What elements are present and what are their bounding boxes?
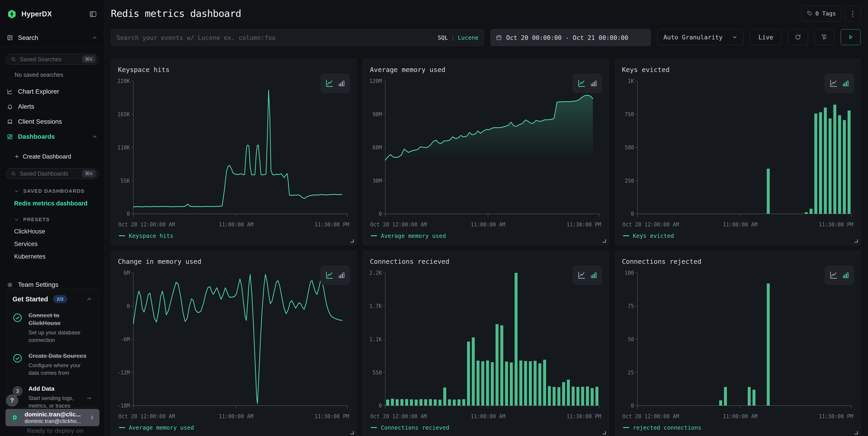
saved-dashboards-input[interactable]: Saved Dashboards ⌘K [6,168,98,179]
search-icon [11,171,16,176]
line-chart-icon[interactable] [829,271,838,280]
granularity-select[interactable]: Auto Granularity [657,29,744,45]
bar-chart-icon[interactable] [338,80,345,87]
line-chart-icon[interactable] [829,79,838,88]
resize-handle[interactable] [602,431,606,434]
svg-text:11:00:00 AM: 11:00:00 AM [723,221,757,228]
no-saved-searches: No saved searches [14,71,104,78]
filter-button[interactable] [814,29,834,45]
user-menu[interactable]: D dominic.tran@clic... dominic.tran@clic… [5,409,99,426]
get-started-item-add-data[interactable]: 3 Add Data Start sending logs, metrics, … [12,385,92,409]
create-dashboard-button[interactable]: Create Dashboard [0,149,104,164]
check-circle-icon [12,313,23,323]
presets-header[interactable]: PRESETS [14,216,104,223]
sidebar-collapse-icon[interactable] [89,9,98,19]
svg-text:55K: 55K [120,177,130,184]
chart-legend: Average memory used [370,230,601,242]
panel-average-memory: Average memory used 120M90M60M30M0Oct 20… [363,59,609,245]
svg-text:500: 500 [624,144,634,151]
refresh-button[interactable] [788,29,808,45]
svg-text:0: 0 [379,210,382,217]
chevron-up-icon[interactable] [86,296,92,302]
svg-text:11:00:00 AM: 11:00:00 AM [219,221,253,228]
svg-text:165K: 165K [118,111,130,118]
shortcut-badge: ⌘K [82,55,96,63]
resize-handle[interactable] [855,431,858,434]
bar-chart-icon[interactable] [842,271,849,279]
chevron-down-icon [14,217,19,222]
chart-plot[interactable]: 1K7505002500Oct 20 12:00:00 AM11:00:00 A… [622,75,854,230]
resize-handle[interactable] [602,239,606,242]
more-options-button[interactable]: ⋮ [845,5,861,22]
svg-text:0: 0 [379,402,382,409]
run-query-button[interactable] [841,29,861,45]
sidebar-item-preset-services[interactable]: Services [0,238,104,250]
chart-type-toggle[interactable] [320,74,350,93]
chart-type-toggle[interactable] [572,265,602,285]
calendar-icon [496,34,502,41]
bar-chart-icon[interactable] [590,271,597,279]
tags-button[interactable]: 0 Tags [802,5,841,22]
time-range-picker[interactable]: Oct 20 00:00:00 - Oct 21 00:00:00 [491,29,651,46]
chart-title: Keys evicted [622,66,854,74]
resize-handle[interactable] [350,239,354,242]
bar-chart-icon[interactable] [590,80,597,87]
svg-text:11:30:00 PM: 11:30:00 PM [567,413,601,419]
svg-text:1.1K: 1.1K [370,336,382,343]
chart-plot[interactable]: 2.2K1.7K1.1K5500Oct 20 12:00:00 AM11:00:… [370,266,601,422]
page-title: Redis metrics dashboard [111,8,241,19]
resize-handle[interactable] [350,431,354,434]
saved-searches-input[interactable]: Saved Searches ⌘K [6,54,98,65]
sidebar-item-redis-dashboard[interactable]: Redis metrics dashboard [0,197,104,210]
sidebar-item-dashboards[interactable]: Dashboards [0,129,104,144]
chart-type-toggle[interactable] [572,74,602,93]
get-started-item-connect[interactable]: Connect to ClickHouse Set up your databa… [12,311,92,344]
sidebar-item-preset-clickhouse[interactable]: ClickHouse [0,225,104,238]
chart-type-toggle[interactable] [825,265,854,285]
svg-text:75: 75 [628,303,634,309]
svg-text:250: 250 [624,177,634,184]
logo-row: HyperDX [0,0,104,28]
plus-icon [14,154,20,159]
live-button[interactable]: Live [750,29,781,45]
sidebar-section-search[interactable]: Search [0,28,104,48]
sidebar-item-preset-kubernetes[interactable]: Kubernetes [0,250,104,263]
bar-chart-icon[interactable] [338,271,345,279]
saved-dashboards-header[interactable]: SAVED DASHBOARDS [14,188,104,194]
svg-text:11:00:00 AM: 11:00:00 AM [471,221,505,228]
line-chart-icon[interactable] [325,79,334,88]
line-chart-icon[interactable] [325,271,334,280]
chevron-up-icon [92,35,98,41]
sidebar-item-alerts[interactable]: Alerts [0,99,104,114]
legend-dash [371,235,377,236]
sql-toggle[interactable]: SQL [438,34,448,41]
user-name: dominic.tran@clic... [25,411,87,418]
chevron-up-icon [92,134,98,140]
bar-chart-icon[interactable] [842,80,849,87]
line-chart-icon[interactable] [578,79,586,88]
legend-dash [119,427,125,428]
svg-text:0: 0 [631,402,634,409]
chart-type-toggle[interactable] [825,74,854,93]
resize-handle[interactable] [855,239,858,242]
help-button[interactable]: ? [6,394,18,407]
chart-plot[interactable]: 220K165K110K55K0Oct 20 12:00:00 AM11:00:… [118,75,349,230]
lucene-toggle[interactable]: Lucene [458,34,478,41]
arrow-right-icon: → [86,393,92,401]
line-chart-icon[interactable] [578,271,586,280]
sidebar-item-chart-explorer[interactable]: Chart Explorer [0,84,104,99]
app-name: HyperDX [21,10,52,18]
chart-plot[interactable]: 120M90M60M30M0Oct 20 12:00:00 AM11:00:00… [370,75,601,230]
get-started-item-datasources[interactable]: Create Data Sources Configure where your… [12,352,92,377]
chart-plot[interactable]: 6M0-6M-12M-18MOct 20 12:00:00 AM11:00:00… [118,266,349,422]
chart-plot[interactable]: 1007550250Oct 20 12:00:00 AM11:00:00 AM1… [622,266,854,422]
svg-text:6M: 6M [124,269,130,276]
svg-text:120M: 120M [370,78,382,84]
chart-legend: Keyspace hits [118,230,349,242]
play-icon [847,34,854,40]
sidebar-item-client-sessions[interactable]: Client Sessions [0,114,104,129]
chart-type-toggle[interactable] [320,265,350,285]
get-started-title: Get Started [12,295,48,303]
shortcut-badge: ⌘K [82,170,96,177]
event-search-input[interactable]: Search your events w/ Lucene ex. column:… [111,29,484,46]
